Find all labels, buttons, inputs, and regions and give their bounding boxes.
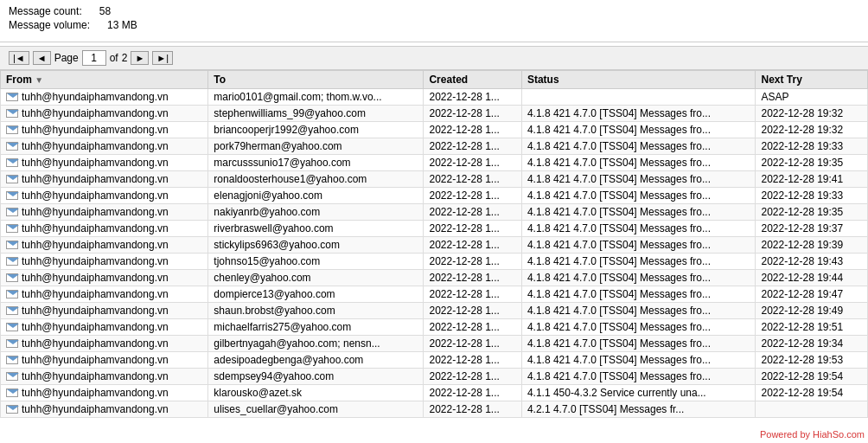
prev-page-button[interactable]: ◄	[33, 51, 51, 65]
cell-status: 4.1.8 421 4.7.0 [TSS04] Messages fro...	[521, 303, 756, 319]
cell-from: tuhh@hyundaiphamvandong.vn	[1, 122, 208, 138]
cell-to: pork79herman@yahoo.com	[208, 138, 424, 155]
cell-from: tuhh@hyundaiphamvandong.vn	[1, 286, 208, 303]
cell-to: chenley@yahoo.com	[208, 270, 424, 286]
cell-to: sdempsey94@yahoo.com	[208, 369, 424, 385]
cell-from: tuhh@hyundaiphamvandong.vn	[1, 155, 208, 171]
cell-from: tuhh@hyundaiphamvandong.vn	[1, 204, 208, 221]
table-row[interactable]: tuhh@hyundaiphamvandong.vnstephenwilliam…	[1, 106, 868, 122]
cell-from: tuhh@hyundaiphamvandong.vn	[1, 369, 208, 385]
first-page-button[interactable]: |◄	[9, 51, 29, 65]
table-row[interactable]: tuhh@hyundaiphamvandong.vntjohnso15@yaho…	[1, 254, 868, 270]
email-icon	[6, 306, 18, 315]
cell-to: tjohnso15@yahoo.com	[208, 254, 424, 270]
table-row[interactable]: tuhh@hyundaiphamvandong.vnmarcusssunio17…	[1, 155, 868, 171]
table-row[interactable]: tuhh@hyundaiphamvandong.vnriverbraswell@…	[1, 221, 868, 237]
cell-created: 2022-12-28 1...	[424, 401, 521, 418]
stats-panel: Message count: 58 Message volume: 13 MB	[0, 0, 868, 38]
cell-next-try: 2022-12-28 19:37	[756, 221, 868, 237]
col-to[interactable]: To	[208, 71, 424, 89]
table-row[interactable]: tuhh@hyundaiphamvandong.vnklarousko@azet…	[1, 385, 868, 401]
email-icon	[6, 273, 18, 282]
cell-to: briancooperjr1992@yahoo.com	[208, 122, 424, 138]
cell-created: 2022-12-28 1...	[424, 254, 521, 270]
table-row[interactable]: tuhh@hyundaiphamvandong.vnmario0101@gmai…	[1, 89, 868, 106]
table-row[interactable]: tuhh@hyundaiphamvandong.vnbriancooperjr1…	[1, 122, 868, 138]
cell-to: michaelfarris275@yahoo.com	[208, 319, 424, 336]
from-email: tuhh@hyundaiphamvandong.vn	[22, 305, 169, 317]
email-icon	[6, 142, 18, 151]
page-input[interactable]	[82, 50, 106, 66]
email-icon	[6, 323, 18, 331]
table-row[interactable]: tuhh@hyundaiphamvandong.vnulises_cuellar…	[1, 401, 868, 418]
cell-next-try: 2022-12-28 19:47	[756, 286, 868, 303]
table-row[interactable]: tuhh@hyundaiphamvandong.vnstickylips6963…	[1, 237, 868, 254]
table-row[interactable]: tuhh@hyundaiphamvandong.vnmichaelfarris2…	[1, 319, 868, 336]
cell-status: 4.1.8 421 4.7.0 [TSS04] Messages fro...	[521, 106, 756, 122]
table-row[interactable]: tuhh@hyundaiphamvandong.vnsdempsey94@yah…	[1, 369, 868, 385]
email-icon	[6, 109, 18, 118]
cell-next-try: 2022-12-28 19:35	[756, 204, 868, 221]
cell-next-try: 2022-12-28 19:33	[756, 138, 868, 155]
from-email: tuhh@hyundaiphamvandong.vn	[22, 239, 169, 251]
cell-status: 4.1.8 421 4.7.0 [TSS04] Messages fro...	[521, 171, 756, 188]
table-row[interactable]: tuhh@hyundaiphamvandong.vnronaldoosterho…	[1, 171, 868, 188]
email-icon	[6, 290, 18, 299]
cell-to: stickylips6963@yahoo.com	[208, 237, 424, 254]
col-status[interactable]: Status	[521, 71, 756, 89]
cell-next-try: 2022-12-28 19:41	[756, 171, 868, 188]
from-email: tuhh@hyundaiphamvandong.vn	[22, 337, 169, 350]
cell-status: 4.1.8 421 4.7.0 [TSS04] Messages fro...	[521, 204, 756, 221]
cell-from: tuhh@hyundaiphamvandong.vn	[1, 401, 208, 418]
from-email: tuhh@hyundaiphamvandong.vn	[22, 255, 169, 267]
cell-from: tuhh@hyundaiphamvandong.vn	[1, 303, 208, 319]
next-page-button[interactable]: ►	[131, 51, 149, 65]
cell-created: 2022-12-28 1...	[424, 204, 521, 221]
table-row[interactable]: tuhh@hyundaiphamvandong.vnelenagjoni@yah…	[1, 188, 868, 204]
cell-next-try: 2022-12-28 19:34	[756, 336, 868, 352]
cell-to: klarousko@azet.sk	[208, 385, 424, 401]
cell-status: 4.1.8 421 4.7.0 [TSS04] Messages fro...	[521, 122, 756, 138]
cell-created: 2022-12-28 1...	[424, 221, 521, 237]
cell-created: 2022-12-28 1...	[424, 336, 521, 352]
from-email: tuhh@hyundaiphamvandong.vn	[22, 370, 169, 382]
cell-next-try	[756, 401, 868, 418]
email-icon	[6, 405, 18, 414]
cell-created: 2022-12-28 1...	[424, 369, 521, 385]
col-from[interactable]: From ▼	[1, 71, 208, 89]
table-row[interactable]: tuhh@hyundaiphamvandong.vndompierce13@ya…	[1, 286, 868, 303]
table-row[interactable]: tuhh@hyundaiphamvandong.vnshaun.brobst@y…	[1, 303, 868, 319]
from-email: tuhh@hyundaiphamvandong.vn	[22, 288, 169, 300]
col-created[interactable]: Created	[424, 71, 521, 89]
cell-to: dompierce13@yahoo.com	[208, 286, 424, 303]
cell-next-try: 2022-12-28 19:51	[756, 319, 868, 336]
cell-next-try: 2022-12-28 19:39	[756, 237, 868, 254]
email-icon	[6, 93, 18, 101]
table-row[interactable]: tuhh@hyundaiphamvandong.vnadesipoadegben…	[1, 352, 868, 369]
table-row[interactable]: tuhh@hyundaiphamvandong.vngilbertnyagah@…	[1, 336, 868, 352]
cell-created: 2022-12-28 1...	[424, 319, 521, 336]
cell-next-try: 2022-12-28 19:35	[756, 155, 868, 171]
cell-next-try: 2022-12-28 19:32	[756, 122, 868, 138]
table-row[interactable]: tuhh@hyundaiphamvandong.vnnakiyanrb@yaho…	[1, 204, 868, 221]
cell-status: 4.1.8 421 4.7.0 [TSS04] Messages fro...	[521, 221, 756, 237]
email-icon	[6, 125, 18, 134]
pagination-bar: |◄ ◄ Page of 2 ► ►|	[0, 46, 868, 70]
email-icon	[6, 191, 18, 200]
cell-status: 4.1.8 421 4.7.0 [TSS04] Messages fro...	[521, 188, 756, 204]
from-email: tuhh@hyundaiphamvandong.vn	[22, 91, 169, 103]
cell-created: 2022-12-28 1...	[424, 352, 521, 369]
last-page-button[interactable]: ►|	[152, 51, 173, 65]
from-email: tuhh@hyundaiphamvandong.vn	[22, 140, 169, 152]
cell-status: 4.1.8 421 4.7.0 [TSS04] Messages fro...	[521, 270, 756, 286]
cell-from: tuhh@hyundaiphamvandong.vn	[1, 171, 208, 188]
table-row[interactable]: tuhh@hyundaiphamvandong.vnpork79herman@y…	[1, 138, 868, 155]
cell-to: riverbraswell@yahoo.com	[208, 221, 424, 237]
cell-from: tuhh@hyundaiphamvandong.vn	[1, 106, 208, 122]
cell-to: ronaldoosterhouse1@yahoo.com	[208, 171, 424, 188]
col-next-try[interactable]: Next Try	[756, 71, 868, 89]
cell-created: 2022-12-28 1...	[424, 138, 521, 155]
email-icon	[6, 224, 18, 233]
table-row[interactable]: tuhh@hyundaiphamvandong.vnchenley@yahoo.…	[1, 270, 868, 286]
from-email: tuhh@hyundaiphamvandong.vn	[22, 321, 169, 333]
